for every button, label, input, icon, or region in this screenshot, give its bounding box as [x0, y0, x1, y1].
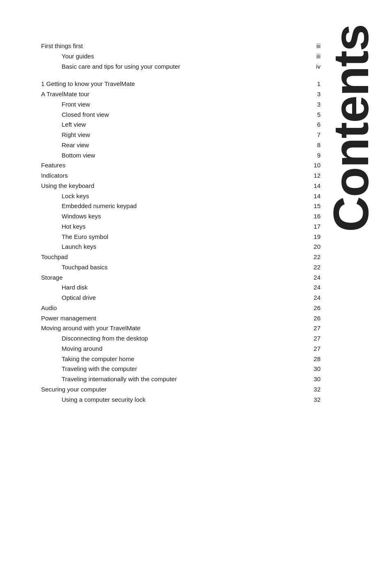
toc-entry: Launch keys20 — [41, 242, 321, 252]
toc-page-number: 30 — [304, 364, 321, 374]
toc-container: First things firstiiiYour guidesiiiBasic… — [41, 33, 321, 405]
toc-entry: Traveling internationally with the compu… — [41, 374, 321, 385]
toc-page-number: 8 — [304, 140, 321, 151]
toc-page-number: 17 — [304, 222, 321, 232]
toc-entry-text: Bottom view — [41, 151, 95, 161]
toc-page-number: 12 — [304, 171, 321, 181]
toc-entry: A TravelMate tour3 — [41, 89, 321, 100]
toc-page-number: 27 — [304, 344, 321, 354]
toc-entry-text: Basic care and tips for using your compu… — [41, 62, 180, 72]
toc-entry: Moving around27 — [41, 344, 321, 354]
toc-page-number: iii — [304, 51, 321, 62]
toc-entry: Audio26 — [41, 303, 321, 313]
toc-entry-text: A TravelMate tour — [41, 89, 90, 100]
toc-entry: Using the keyboard14 — [41, 181, 321, 191]
toc-entry-text: Audio — [41, 303, 57, 313]
toc-page-number: 10 — [304, 160, 321, 171]
toc-page-number: 32 — [304, 395, 321, 405]
toc-page-number: 7 — [304, 130, 321, 140]
toc-entry: Embedded numeric keypad15 — [41, 201, 321, 211]
toc-page-number: 5 — [304, 110, 321, 120]
toc-entry-text: Using the keyboard — [41, 181, 94, 191]
toc-entry: First things firstiii — [41, 41, 321, 51]
toc-page-number: 14 — [304, 181, 321, 191]
toc-entry-text: Disconnecting from the desktop — [41, 334, 148, 344]
toc-entry: Touchpad22 — [41, 252, 321, 262]
toc-page-number: 32 — [304, 385, 321, 395]
toc-page-number: 1 — [304, 79, 321, 89]
toc-page-number: 15 — [304, 201, 321, 211]
toc-entry-text: Your guides — [41, 51, 94, 62]
toc-page-number: iv — [304, 62, 321, 72]
toc-page-number: 22 — [304, 252, 321, 262]
toc-page-number: 26 — [304, 313, 321, 324]
toc-entry-text: The Euro symbol — [41, 232, 108, 242]
toc-entry: 1 Getting to know your TravelMate1 — [41, 79, 321, 89]
toc-entry: Hard disk24 — [41, 283, 321, 293]
toc-entry: Power management26 — [41, 313, 321, 324]
toc-entry-text: Closed front view — [41, 110, 109, 120]
toc-page-number: 20 — [304, 242, 321, 252]
toc-entry: Windows keys16 — [41, 211, 321, 222]
toc-entry: Left view6 — [41, 120, 321, 130]
toc-page-number: 6 — [304, 120, 321, 130]
page: Contents First things firstiiiYour guide… — [0, 0, 392, 563]
toc-entry-text: Lock keys — [41, 191, 89, 202]
toc-entry: Traveling with the computer30 — [41, 364, 321, 374]
toc-page-number: 14 — [304, 191, 321, 202]
toc-page-number: 9 — [304, 151, 321, 161]
toc-page-number: 3 — [304, 100, 321, 110]
toc-page-number: 22 — [304, 262, 321, 273]
toc-entry: Storage24 — [41, 273, 321, 283]
toc-entry-text: Front view — [41, 100, 90, 110]
toc-entry-text: Windows keys — [41, 211, 101, 222]
toc-entry: Lock keys14 — [41, 191, 321, 202]
toc-entry: Moving around with your TravelMate27 — [41, 323, 321, 334]
toc-page-number: 28 — [304, 354, 321, 364]
toc-page-number: 19 — [304, 232, 321, 242]
toc-entry-text: Moving around — [41, 344, 102, 354]
toc-entry: Taking the computer home28 — [41, 354, 321, 364]
toc-page-number: 27 — [304, 334, 321, 344]
toc-entry-text: Taking the computer home — [41, 354, 134, 364]
toc-entry: Closed front view5 — [41, 110, 321, 120]
toc-entry-text: Embedded numeric keypad — [41, 201, 137, 211]
toc-entry-text: Traveling internationally with the compu… — [41, 374, 177, 385]
toc-page-number: 24 — [304, 273, 321, 283]
toc-entry-text: Moving around with your TravelMate — [41, 323, 141, 334]
toc-entry-text: Hot keys — [41, 222, 85, 232]
toc-entry-text: Touchpad — [41, 252, 68, 262]
toc-entry: Touchpad basics22 — [41, 262, 321, 273]
toc-page-number: 27 — [304, 323, 321, 334]
toc-entry: Optical drive24 — [41, 293, 321, 303]
toc-entry-text: Right view — [41, 130, 90, 140]
toc-entry-text: Traveling with the computer — [41, 364, 137, 374]
toc-page-number: 24 — [304, 293, 321, 303]
toc-page-number: iii — [304, 41, 321, 51]
toc-entry-text: 1 Getting to know your TravelMate — [41, 79, 135, 89]
toc-entry: Your guidesiii — [41, 51, 321, 62]
toc-entry-text: Rear view — [41, 140, 89, 151]
toc-entry-text: Hard disk — [41, 283, 88, 293]
toc-entry-text: Power management — [41, 313, 96, 324]
toc-page-number: 16 — [304, 211, 321, 222]
toc-entry: Right view7 — [41, 130, 321, 140]
toc-page-number: 30 — [304, 374, 321, 385]
toc-entry-text: First things first — [41, 41, 83, 51]
toc-entry: Bottom view9 — [41, 151, 321, 161]
toc-entry: The Euro symbol19 — [41, 232, 321, 242]
toc-page-number: 24 — [304, 283, 321, 293]
toc-entry: Basic care and tips for using your compu… — [41, 62, 321, 72]
page-title: Contents — [326, 25, 392, 232]
toc-entry-text: Using a computer security lock — [41, 395, 145, 405]
toc-page-number: 26 — [304, 303, 321, 313]
toc-entry: Indicators12 — [41, 171, 321, 181]
toc-entry-text: Launch keys — [41, 242, 96, 252]
toc-entry: Securing your computer32 — [41, 385, 321, 395]
toc-entry: Front view3 — [41, 100, 321, 110]
toc-entry-text: Touchpad basics — [41, 262, 108, 273]
toc-entry: Features10 — [41, 160, 321, 171]
toc-entry-text: Securing your computer — [41, 385, 106, 395]
toc-entry: Disconnecting from the desktop27 — [41, 334, 321, 344]
toc-page-number: 3 — [304, 89, 321, 100]
